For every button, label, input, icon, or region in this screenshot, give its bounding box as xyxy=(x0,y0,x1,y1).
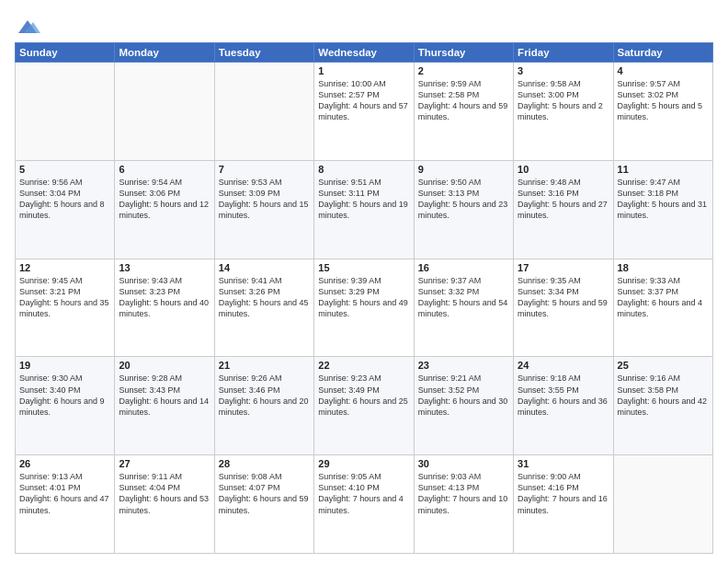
day-cell: 6Sunrise: 9:54 AM Sunset: 3:06 PM Daylig… xyxy=(115,160,214,259)
week-row-1: 5Sunrise: 9:56 AM Sunset: 3:04 PM Daylig… xyxy=(16,160,713,259)
day-number: 27 xyxy=(119,458,210,469)
day-info: Sunrise: 9:26 AM Sunset: 3:46 PM Dayligh… xyxy=(219,373,310,418)
day-number: 21 xyxy=(219,360,310,371)
day-cell: 9Sunrise: 9:50 AM Sunset: 3:13 PM Daylig… xyxy=(414,160,513,259)
day-info: Sunrise: 9:50 AM Sunset: 3:13 PM Dayligh… xyxy=(418,177,509,222)
day-number: 11 xyxy=(618,164,709,175)
day-info: Sunrise: 9:16 AM Sunset: 3:58 PM Dayligh… xyxy=(618,373,709,418)
day-cell: 18Sunrise: 9:33 AM Sunset: 3:37 PM Dayli… xyxy=(613,259,712,357)
day-info: Sunrise: 9:23 AM Sunset: 3:49 PM Dayligh… xyxy=(318,373,409,418)
day-info: Sunrise: 9:54 AM Sunset: 3:06 PM Dayligh… xyxy=(119,177,210,222)
day-cell: 17Sunrise: 9:35 AM Sunset: 3:34 PM Dayli… xyxy=(514,259,613,357)
day-info: Sunrise: 9:11 AM Sunset: 4:04 PM Dayligh… xyxy=(119,471,210,516)
weekday-header-tuesday: Tuesday xyxy=(214,43,313,63)
calendar: SundayMondayTuesdayWednesdayThursdayFrid… xyxy=(15,42,713,554)
day-cell: 22Sunrise: 9:23 AM Sunset: 3:49 PM Dayli… xyxy=(314,357,414,455)
day-cell xyxy=(115,63,214,161)
day-number: 23 xyxy=(418,360,509,371)
day-info: Sunrise: 9:48 AM Sunset: 3:16 PM Dayligh… xyxy=(518,177,609,222)
day-cell: 2Sunrise: 9:59 AM Sunset: 2:58 PM Daylig… xyxy=(414,63,513,161)
day-cell: 7Sunrise: 9:53 AM Sunset: 3:09 PM Daylig… xyxy=(214,160,313,259)
day-number: 18 xyxy=(618,262,709,273)
day-cell: 16Sunrise: 9:37 AM Sunset: 3:32 PM Dayli… xyxy=(414,259,513,357)
weekday-header-sunday: Sunday xyxy=(16,43,115,63)
day-info: Sunrise: 9:41 AM Sunset: 3:26 PM Dayligh… xyxy=(219,275,310,320)
day-cell: 20Sunrise: 9:28 AM Sunset: 3:43 PM Dayli… xyxy=(115,357,214,455)
day-number: 12 xyxy=(19,262,110,273)
day-number: 10 xyxy=(518,164,609,175)
day-number: 8 xyxy=(318,164,409,175)
week-row-3: 19Sunrise: 9:30 AM Sunset: 3:40 PM Dayli… xyxy=(16,357,713,455)
day-cell: 15Sunrise: 9:39 AM Sunset: 3:29 PM Dayli… xyxy=(314,259,414,357)
weekday-header-saturday: Saturday xyxy=(613,43,712,63)
day-info: Sunrise: 9:28 AM Sunset: 3:43 PM Dayligh… xyxy=(119,373,210,418)
day-info: Sunrise: 9:35 AM Sunset: 3:34 PM Dayligh… xyxy=(518,275,609,320)
day-number: 7 xyxy=(219,164,310,175)
day-number: 29 xyxy=(318,458,409,469)
day-number: 6 xyxy=(119,164,210,175)
day-cell: 24Sunrise: 9:18 AM Sunset: 3:55 PM Dayli… xyxy=(514,357,613,455)
day-cell: 31Sunrise: 9:00 AM Sunset: 4:16 PM Dayli… xyxy=(514,455,613,554)
logo xyxy=(15,13,43,39)
day-number: 28 xyxy=(219,458,310,469)
weekday-header-friday: Friday xyxy=(514,43,613,63)
day-info: Sunrise: 9:03 AM Sunset: 4:13 PM Dayligh… xyxy=(418,471,509,516)
day-info: Sunrise: 9:30 AM Sunset: 3:40 PM Dayligh… xyxy=(19,373,110,418)
day-cell: 11Sunrise: 9:47 AM Sunset: 3:18 PM Dayli… xyxy=(613,160,712,259)
day-number: 17 xyxy=(518,262,609,273)
week-row-4: 26Sunrise: 9:13 AM Sunset: 4:01 PM Dayli… xyxy=(16,455,713,554)
day-cell: 28Sunrise: 9:08 AM Sunset: 4:07 PM Dayli… xyxy=(214,455,313,554)
weekday-header-wednesday: Wednesday xyxy=(314,43,414,63)
day-number: 14 xyxy=(219,262,310,273)
day-cell: 10Sunrise: 9:48 AM Sunset: 3:16 PM Dayli… xyxy=(514,160,613,259)
logo-icon xyxy=(15,13,40,39)
day-cell: 13Sunrise: 9:43 AM Sunset: 3:23 PM Dayli… xyxy=(115,259,214,357)
day-info: Sunrise: 9:05 AM Sunset: 4:10 PM Dayligh… xyxy=(318,471,409,516)
day-cell: 1Sunrise: 10:00 AM Sunset: 2:57 PM Dayli… xyxy=(314,63,414,161)
day-info: Sunrise: 9:33 AM Sunset: 3:37 PM Dayligh… xyxy=(618,275,709,320)
day-number: 5 xyxy=(19,164,110,175)
week-row-2: 12Sunrise: 9:45 AM Sunset: 3:21 PM Dayli… xyxy=(16,259,713,357)
day-number: 2 xyxy=(418,65,509,76)
day-cell: 3Sunrise: 9:58 AM Sunset: 3:00 PM Daylig… xyxy=(514,63,613,161)
day-info: Sunrise: 9:08 AM Sunset: 4:07 PM Dayligh… xyxy=(219,471,310,516)
day-info: Sunrise: 9:13 AM Sunset: 4:01 PM Dayligh… xyxy=(19,471,110,516)
day-number: 15 xyxy=(318,262,409,273)
day-cell: 12Sunrise: 9:45 AM Sunset: 3:21 PM Dayli… xyxy=(16,259,115,357)
day-info: Sunrise: 9:37 AM Sunset: 3:32 PM Dayligh… xyxy=(418,275,509,320)
day-number: 26 xyxy=(19,458,110,469)
day-info: Sunrise: 9:59 AM Sunset: 2:58 PM Dayligh… xyxy=(418,78,509,123)
day-info: Sunrise: 9:47 AM Sunset: 3:18 PM Dayligh… xyxy=(618,177,709,222)
day-number: 20 xyxy=(119,360,210,371)
day-info: Sunrise: 10:00 AM Sunset: 2:57 PM Daylig… xyxy=(318,78,409,123)
weekday-header-monday: Monday xyxy=(115,43,214,63)
day-info: Sunrise: 9:45 AM Sunset: 3:21 PM Dayligh… xyxy=(19,275,110,320)
calendar-body: 1Sunrise: 10:00 AM Sunset: 2:57 PM Dayli… xyxy=(16,63,713,554)
day-number: 31 xyxy=(518,458,609,469)
weekday-header-row: SundayMondayTuesdayWednesdayThursdayFrid… xyxy=(16,43,713,63)
day-info: Sunrise: 9:51 AM Sunset: 3:11 PM Dayligh… xyxy=(318,177,409,222)
day-cell: 30Sunrise: 9:03 AM Sunset: 4:13 PM Dayli… xyxy=(414,455,513,554)
day-cell xyxy=(613,455,712,554)
day-number: 9 xyxy=(418,164,509,175)
day-number: 3 xyxy=(518,65,609,76)
day-info: Sunrise: 9:00 AM Sunset: 4:16 PM Dayligh… xyxy=(518,471,609,516)
day-number: 30 xyxy=(418,458,509,469)
day-cell: 26Sunrise: 9:13 AM Sunset: 4:01 PM Dayli… xyxy=(16,455,115,554)
day-info: Sunrise: 9:56 AM Sunset: 3:04 PM Dayligh… xyxy=(19,177,110,222)
day-number: 4 xyxy=(618,65,709,76)
day-cell: 5Sunrise: 9:56 AM Sunset: 3:04 PM Daylig… xyxy=(16,160,115,259)
day-info: Sunrise: 9:58 AM Sunset: 3:00 PM Dayligh… xyxy=(518,78,609,123)
day-info: Sunrise: 9:53 AM Sunset: 3:09 PM Dayligh… xyxy=(219,177,310,222)
day-info: Sunrise: 9:18 AM Sunset: 3:55 PM Dayligh… xyxy=(518,373,609,418)
day-number: 16 xyxy=(418,262,509,273)
day-number: 1 xyxy=(318,65,409,76)
day-cell: 29Sunrise: 9:05 AM Sunset: 4:10 PM Dayli… xyxy=(314,455,414,554)
day-number: 13 xyxy=(119,262,210,273)
weekday-header-thursday: Thursday xyxy=(414,43,513,63)
day-info: Sunrise: 9:43 AM Sunset: 3:23 PM Dayligh… xyxy=(119,275,210,320)
day-cell xyxy=(16,63,115,161)
page: SundayMondayTuesdayWednesdayThursdayFrid… xyxy=(0,0,728,563)
day-cell: 21Sunrise: 9:26 AM Sunset: 3:46 PM Dayli… xyxy=(214,357,313,455)
day-cell: 4Sunrise: 9:57 AM Sunset: 3:02 PM Daylig… xyxy=(613,63,712,161)
